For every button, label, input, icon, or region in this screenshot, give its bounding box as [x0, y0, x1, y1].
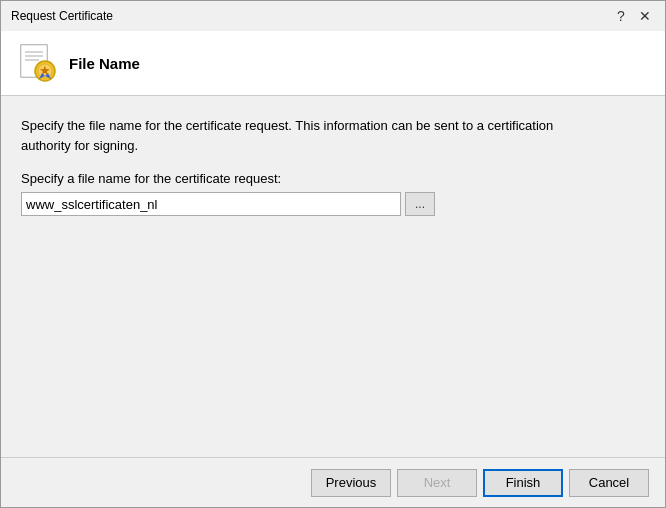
dialog-title: Request Certificate	[11, 9, 113, 23]
footer: Previous Next Finish Cancel	[1, 457, 665, 507]
file-name-input[interactable]	[21, 192, 401, 216]
certificate-icon: ★	[17, 43, 57, 83]
title-bar: Request Certificate ? ✕	[1, 1, 665, 31]
previous-button[interactable]: Previous	[311, 469, 391, 497]
header-section: ★ File Name	[1, 31, 665, 96]
browse-button[interactable]: ...	[405, 192, 435, 216]
header-title: File Name	[69, 55, 140, 72]
finish-button[interactable]: Finish	[483, 469, 563, 497]
file-label: Specify a file name for the certificate …	[21, 171, 645, 186]
next-button[interactable]: Next	[397, 469, 477, 497]
content-area: Specify the file name for the certificat…	[1, 96, 665, 457]
close-button[interactable]: ✕	[635, 6, 655, 26]
help-button[interactable]: ?	[611, 6, 631, 26]
file-input-row: ...	[21, 192, 645, 216]
dialog-window: Request Certificate ? ✕ ★	[0, 0, 666, 508]
title-bar-left: Request Certificate	[11, 9, 113, 23]
description-text: Specify the file name for the certificat…	[21, 116, 591, 155]
title-bar-controls: ? ✕	[611, 6, 655, 26]
cancel-button[interactable]: Cancel	[569, 469, 649, 497]
